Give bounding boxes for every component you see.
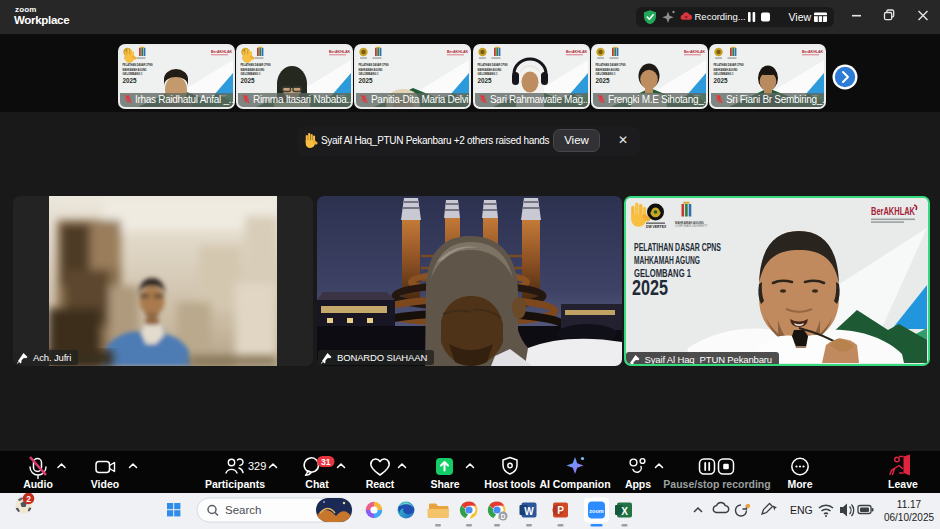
svg-text:Search: Search (225, 504, 261, 516)
svg-text:ENG: ENG (790, 504, 813, 516)
svg-text:Apps: Apps (625, 478, 651, 490)
svg-text:Host tools: Host tools (484, 478, 535, 490)
svg-text:Video: Video (91, 478, 119, 490)
svg-text:PELATIHAN DASAR CPNS: PELATIHAN DASAR CPNS (634, 241, 721, 253)
svg-text:Pause/stop recording: Pause/stop recording (663, 478, 770, 490)
svg-text:AI Companion: AI Companion (539, 478, 610, 490)
svg-text:D: D (501, 513, 506, 520)
svg-text:zoom: zoom (589, 508, 603, 514)
svg-text:W: W (524, 506, 534, 517)
svg-text:X: X (621, 506, 628, 517)
svg-text:More: More (787, 478, 812, 490)
svg-text:329: 329 (248, 460, 266, 472)
svg-text:P: P (557, 505, 564, 516)
svg-text:Share: Share (430, 478, 459, 490)
svg-text:31: 31 (321, 457, 331, 467)
svg-text:BerAKHLAK: BerAKHLAK (871, 206, 916, 217)
svg-text:Leave: Leave (888, 478, 918, 490)
svg-text:React: React (366, 478, 395, 490)
svg-text:MAHKAMAH AGUNG: MAHKAMAH AGUNG (675, 221, 705, 225)
svg-text:View: View (789, 11, 812, 23)
svg-text:Recording...: Recording... (695, 11, 746, 22)
svg-text:Audio: Audio (23, 478, 53, 490)
svg-text:Chat: Chat (305, 478, 329, 490)
svg-text:CORPORATE UNIVERSITY: CORPORATE UNIVERSITY (675, 224, 708, 228)
svg-text:MAHKAMAH AGUNG: MAHKAMAH AGUNG (634, 254, 700, 266)
svg-text:2: 2 (26, 494, 31, 504)
svg-text:Participants: Participants (205, 478, 265, 490)
svg-text:2025: 2025 (632, 275, 668, 300)
